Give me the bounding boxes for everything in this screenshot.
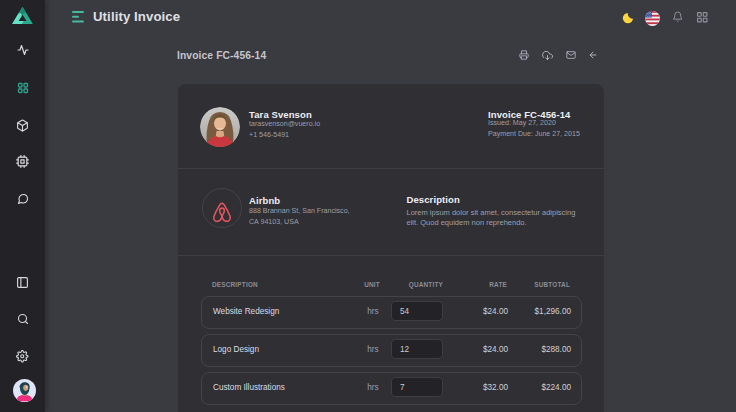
dark-mode-toggle[interactable]	[622, 11, 635, 24]
hamburger-icon	[72, 10, 84, 23]
invoice-item-row: Custom Illustrations hrs $32.00 $224.00	[201, 372, 582, 405]
invoice-item-row: Website Redesign hrs $24.00 $1,296.00	[201, 296, 582, 329]
item-rate: $24.00	[444, 345, 508, 354]
language-selector[interactable]	[645, 11, 660, 26]
section-divider	[178, 255, 604, 256]
sidebar-item-elements[interactable]	[0, 155, 45, 168]
apps-grid-icon	[696, 11, 709, 24]
customer-avatar	[200, 107, 240, 147]
item-description: Logo Design	[213, 345, 355, 354]
invoice-item-row: Logo Design hrs $24.00 $288.00	[201, 334, 582, 367]
item-subtotal: $224.00	[508, 383, 571, 392]
airbnb-logo-icon	[211, 201, 233, 225]
company-logo-badge	[202, 188, 242, 228]
company-name: Airbnb	[249, 195, 350, 207]
search-icon	[17, 313, 29, 325]
description-title: Description	[407, 194, 582, 206]
moon-icon	[622, 11, 635, 24]
us-flag-icon	[645, 11, 660, 26]
item-rate: $32.00	[444, 383, 508, 392]
app-logo[interactable]	[0, 6, 45, 26]
item-quantity-cell	[391, 377, 444, 397]
quantity-input[interactable]	[391, 339, 443, 359]
menu-button[interactable]	[72, 10, 84, 23]
back-button[interactable]	[588, 50, 598, 60]
printer-icon	[519, 50, 529, 60]
item-unit: hrs	[355, 345, 391, 354]
sidebar-panel-icon	[16, 276, 29, 289]
company-address-line2: CA 94103, USA	[249, 218, 350, 226]
woman-avatar-photo	[200, 107, 240, 147]
box-icon	[16, 119, 29, 132]
customer-info: Tara Svenson tarasvenson@vuero.io +1 546…	[249, 109, 320, 139]
invoice-title: Invoice FC-456-14	[177, 49, 266, 63]
sidebar-item-messaging[interactable]	[0, 193, 45, 205]
quantity-input[interactable]	[391, 377, 443, 397]
items-table-header: DESCRIPTION UNIT QUANTITY RATE SUBTOTAL	[201, 280, 582, 289]
item-quantity-cell	[391, 301, 444, 321]
item-subtotal: $1,296.00	[508, 307, 571, 316]
invoice-due-date: Payment Due: June 27, 2015	[488, 130, 580, 138]
bell-icon	[672, 11, 684, 23]
sidebar-item-activity[interactable]	[0, 44, 45, 56]
app-root: { "colors": { "page_bg": "#3a3a41", "sid…	[0, 0, 736, 412]
company-info: Airbnb 888 Brannan St, San Francisco, CA…	[249, 195, 350, 226]
arrow-left-icon	[588, 50, 598, 60]
activity-icon	[17, 44, 29, 56]
message-circle-icon	[17, 193, 29, 205]
mail-icon	[566, 50, 576, 60]
header-subtotal: SUBTOTAL	[507, 280, 570, 289]
header-description: DESCRIPTION	[212, 280, 354, 289]
items-table-body: Website Redesign hrs $24.00 $1,296.00 Lo…	[201, 296, 582, 410]
description-text: Lorem ipsum dolor sit amet, consectetur …	[407, 208, 582, 227]
sidebar-item-dashboards[interactable]	[0, 82, 45, 94]
quantity-input[interactable]	[391, 301, 443, 321]
notifications-button[interactable]	[672, 11, 684, 23]
vuero-logo-icon	[11, 6, 34, 26]
customer-email: tarasvenson@vuero.io	[249, 120, 320, 128]
sidebar-profile-avatar[interactable]	[0, 379, 45, 402]
section-divider	[178, 168, 604, 169]
page: * { margin:0; padding:0; box-sizing:bord…	[0, 0, 736, 412]
customer-phone: +1 546-5491	[249, 131, 320, 139]
item-subtotal: $288.00	[508, 345, 571, 354]
header-quantity: QUANTITY	[390, 280, 443, 289]
apps-menu-button[interactable]	[696, 11, 709, 24]
company-address-line1: 888 Brannan St, San Francisco,	[249, 207, 350, 215]
man-avatar-illustration	[13, 379, 36, 402]
item-unit: hrs	[355, 307, 391, 316]
invoice-description: Description Lorem ipsum dolor sit amet, …	[407, 194, 582, 227]
header-unit: UNIT	[354, 280, 390, 289]
grid-icon	[17, 82, 29, 94]
sidebar-item-settings[interactable]	[0, 350, 45, 363]
send-mail-button[interactable]	[566, 50, 576, 60]
item-rate: $24.00	[444, 307, 508, 316]
item-description: Custom Illustrations	[213, 383, 355, 392]
invoice-meta: Invoice FC-456-14 Issued: May 27, 2020 P…	[488, 109, 580, 139]
item-quantity-cell	[391, 339, 444, 359]
page-title: Utility Invoice	[93, 9, 180, 25]
item-unit: hrs	[355, 383, 391, 392]
sidebar-item-components[interactable]	[0, 119, 45, 132]
invoice-card: Tara Svenson tarasvenson@vuero.io +1 546…	[178, 84, 604, 412]
print-button[interactable]	[519, 50, 529, 60]
download-button[interactable]	[542, 50, 553, 61]
cpu-icon	[16, 155, 29, 168]
sidebar-item-panel[interactable]	[0, 276, 45, 289]
header-rate: RATE	[443, 280, 507, 289]
gear-icon	[16, 350, 29, 363]
sidebar	[0, 0, 45, 412]
sidebar-item-search[interactable]	[0, 313, 45, 325]
item-description: Website Redesign	[213, 307, 355, 316]
cloud-download-icon	[542, 50, 553, 61]
